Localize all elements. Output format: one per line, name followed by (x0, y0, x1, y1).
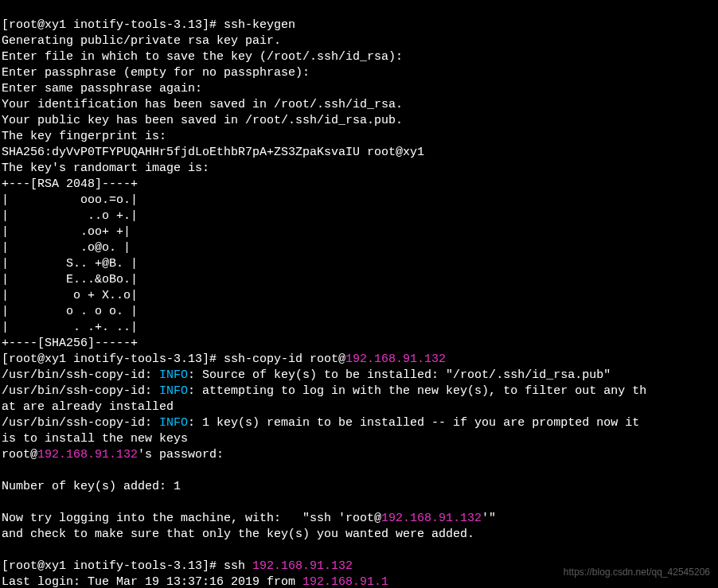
out-line: Now try logging into the machine, with: … (2, 512, 496, 525)
terminal-output[interactable]: [root@xy1 inotify-tools-3.13]# ssh-keyge… (0, 0, 718, 588)
out-line: Enter same passphrase again: (2, 82, 202, 95)
ip-address: 192.168.91.132 (381, 512, 482, 525)
prompt-2: [root@xy1 inotify-tools-3.13]# (2, 352, 224, 366)
command-ssh: ssh 192.168.91.132 (224, 559, 353, 573)
out-line: and check to make sure that only the key… (2, 528, 474, 541)
out-line: Enter passphrase (empty for no passphras… (2, 66, 310, 80)
command-ssh-copy-id: ssh-copy-id root@192.168.91.132 (224, 352, 446, 366)
prompt-3: [root@xy1 inotify-tools-3.13]# (2, 559, 224, 573)
out-line: Generating public/private rsa key pair. (2, 34, 281, 48)
randomart-line: | . .+. ..| (2, 321, 138, 334)
out-line: /usr/bin/ssh-copy-id: INFO: Source of ke… (2, 368, 611, 382)
randomart-line: | o + X..o| (2, 289, 138, 302)
out-line: Your public key has been saved in /root/… (2, 114, 403, 127)
out-line: at are already installed (2, 400, 174, 414)
randomart-line: +----[SHA256]-----+ (2, 337, 138, 350)
randomart-line: | ..o +.| (2, 209, 138, 223)
out-line: Enter file in which to save the key (/ro… (2, 50, 403, 64)
prompt-1: [root@xy1 inotify-tools-3.13]# (2, 18, 224, 32)
randomart-line: | ooo.=o.| (2, 193, 138, 207)
ip-address: 192.168.91.132 (37, 448, 138, 461)
out-line: /usr/bin/ssh-copy-id: INFO: attempting t… (2, 384, 646, 398)
watermark-text: https://blog.csdn.net/qq_42545206 (564, 564, 710, 580)
randomart-line: | E...&oBo.| (2, 273, 138, 286)
info-label: INFO (159, 416, 188, 430)
randomart-line: | S.. +@B. | (2, 257, 138, 271)
out-line: Last login: Tue Mar 19 13:37:16 2019 fro… (2, 575, 388, 588)
command-ssh-keygen: ssh-keygen (224, 18, 295, 32)
ip-address: 192.168.91.132 (345, 352, 446, 366)
randomart-line: | .o@o. | (2, 241, 131, 255)
randomart-line: +---[RSA 2048]----+ (2, 177, 138, 191)
ip-address: 192.168.91.1 (302, 575, 388, 588)
out-line: /usr/bin/ssh-copy-id: INFO: 1 key(s) rem… (2, 416, 646, 430)
randomart-line: | o . o o. | (2, 305, 138, 318)
out-line: SHA256:dyVvP0TFYPUQAHHr5fjdLoEthbR7pA+ZS… (2, 146, 424, 159)
out-line: Number of key(s) added: 1 (2, 480, 181, 493)
out-line: The key fingerprint is: (2, 130, 166, 143)
out-line: Your identification has been saved in /r… (2, 98, 403, 111)
ip-address: 192.168.91.132 (252, 559, 353, 573)
out-line: is to install the new keys (2, 432, 188, 446)
out-line: The key's randomart image is: (2, 162, 209, 175)
out-line: root@192.168.91.132's password: (2, 448, 224, 461)
randomart-line: | .oo+ +| (2, 225, 131, 239)
info-label: INFO (159, 368, 188, 382)
info-label: INFO (159, 384, 188, 398)
